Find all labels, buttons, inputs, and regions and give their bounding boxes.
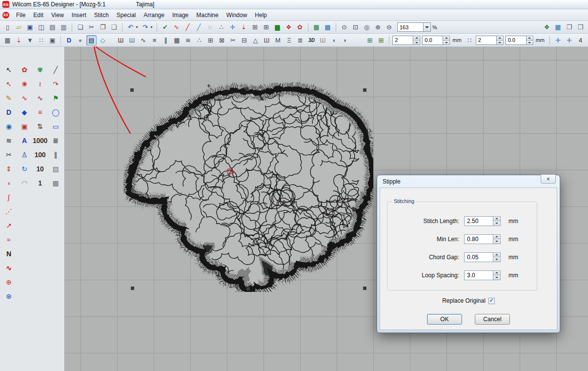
- menu-window[interactable]: Window: [223, 10, 251, 20]
- stitch-list-icon[interactable]: ⊞: [250, 22, 260, 32]
- travel-marks-icon[interactable]: ∷: [36, 35, 46, 45]
- new-design-icon[interactable]: ▯: [2, 22, 13, 32]
- undo-icon[interactable]: ↶: [125, 22, 136, 32]
- flag-tool-icon[interactable]: ⚑: [48, 91, 63, 105]
- flexi-split-icon[interactable]: ≣: [295, 35, 305, 45]
- density-chart-icon[interactable]: ▆: [272, 22, 283, 32]
- cut-icon[interactable]: ✂: [86, 22, 97, 32]
- fractal-fill-icon[interactable]: △: [250, 35, 261, 45]
- origin-marker-icon[interactable]: ⇣: [14, 35, 24, 45]
- menu-image[interactable]: Image: [168, 10, 192, 20]
- digitize-open-icon[interactable]: ✿: [17, 62, 32, 77]
- chord-gap-input[interactable]: [464, 252, 493, 262]
- save-design-icon[interactable]: ▣: [25, 22, 35, 32]
- digitize-closed-icon[interactable]: ❀: [17, 77, 32, 91]
- motif-fill-small-icon[interactable]: ∿: [32, 91, 48, 105]
- grid-offset-y-spinner[interactable]: [527, 36, 533, 45]
- paste-icon[interactable]: ❑: [109, 22, 119, 32]
- rotate-tool-icon[interactable]: ↻: [17, 162, 32, 176]
- hatch-fill-icon[interactable]: ╱: [48, 62, 63, 77]
- stitch-length-spinner[interactable]: [493, 216, 501, 226]
- grid-offset-x-input[interactable]: [422, 36, 443, 45]
- redo-dropdown-icon[interactable]: ▾: [149, 22, 154, 32]
- bucket-fill-icon[interactable]: ▣: [17, 119, 32, 133]
- selection-handle-bottom-center[interactable]: [246, 287, 250, 290]
- export-machine-file-icon[interactable]: ◫: [36, 22, 46, 32]
- selection-handle-top-center[interactable]: [245, 87, 249, 91]
- run-count-1000[interactable]: 1000: [32, 133, 48, 147]
- menu-machine[interactable]: Machine: [192, 10, 222, 20]
- machine-format-icon[interactable]: ▦: [2, 35, 13, 45]
- run-count-10[interactable]: 10: [32, 162, 48, 176]
- partial-icon[interactable]: 4: [575, 35, 586, 45]
- texture-fill-icon[interactable]: ▩: [48, 176, 63, 190]
- loop-spacing-spinner[interactable]: [493, 270, 501, 280]
- wheel-tool-icon[interactable]: ⊛: [1, 289, 17, 303]
- dotted-run-icon[interactable]: ⋰: [1, 204, 17, 218]
- run-stitch-dark-icon[interactable]: ≣: [48, 133, 63, 147]
- chord-gap-spinner[interactable]: [493, 252, 501, 262]
- grid-offset-x-spinner[interactable]: [443, 36, 450, 45]
- remove-overlap-icon[interactable]: ⊟: [239, 35, 249, 45]
- loop-spacing-input[interactable]: [464, 270, 493, 280]
- stitch-length-input[interactable]: [464, 216, 493, 226]
- motif-flower-icon[interactable]: ✿: [295, 22, 305, 32]
- motif-m-icon[interactable]: М: [273, 35, 283, 45]
- grid-offset-y-input[interactable]: [506, 36, 527, 45]
- design-check-icon[interactable]: ✔: [160, 22, 170, 32]
- team-names-icon[interactable]: ♙: [17, 147, 32, 162]
- fan-tool-icon[interactable]: ◖: [1, 176, 17, 190]
- disc-left-icon[interactable]: ◖: [329, 35, 339, 45]
- effect-3d-icon[interactable]: 3D: [306, 35, 317, 45]
- monogram-tool-icon[interactable]: D: [1, 105, 17, 119]
- triple-run-icon[interactable]: ≡: [149, 35, 160, 45]
- zoom-box-icon[interactable]: ⊡: [350, 22, 361, 32]
- insert-design-icon[interactable]: ❏: [75, 22, 85, 32]
- satin-stitch-icon[interactable]: Ш: [116, 35, 126, 45]
- motif-run-icon[interactable]: ≀: [32, 77, 48, 91]
- redo-icon[interactable]: ↷: [140, 22, 150, 32]
- snap-to-grid-icon[interactable]: ⊞: [376, 35, 386, 45]
- menu-help[interactable]: Help: [251, 10, 271, 20]
- zigzag-stitch-icon[interactable]: Ш: [127, 35, 137, 45]
- print-worksheet-icon[interactable]: ❒: [564, 22, 574, 32]
- cross-fill-icon[interactable]: ⊠: [217, 35, 227, 45]
- stitch-zigzag-icon[interactable]: ∿: [171, 22, 182, 32]
- grid-fill-icon[interactable]: ⊞: [205, 35, 216, 45]
- auto-start-end-icon[interactable]: ▼: [25, 35, 35, 45]
- title-bar[interactable]: ES Wilcom ES-65 Designer - [Mozg-5:1 Taj…: [0, 0, 588, 9]
- ellipse-select-icon[interactable]: ◌: [205, 22, 215, 32]
- program-split-icon[interactable]: ≡: [32, 105, 48, 119]
- grid-size-x-input[interactable]: [392, 36, 413, 45]
- motif-fill-icon[interactable]: ≋: [183, 35, 193, 45]
- zoom-1to1-icon[interactable]: ◎: [362, 22, 372, 32]
- menu-file[interactable]: File: [12, 10, 29, 20]
- run-count-100[interactable]: 100: [32, 147, 48, 162]
- stitch-player-icon[interactable]: ▣: [47, 35, 58, 45]
- zoom-out-icon[interactable]: ⊖: [384, 22, 394, 32]
- object-colors-icon[interactable]: ❖: [284, 22, 294, 32]
- design-letter-icon[interactable]: D: [64, 35, 74, 45]
- min-len-spinner[interactable]: [493, 234, 501, 244]
- replace-original-checkbox[interactable]: [488, 298, 495, 304]
- export-window-icon[interactable]: ❒: [575, 22, 586, 32]
- menu-edit[interactable]: Edit: [29, 10, 47, 20]
- zoom-dropdown-icon[interactable]: [424, 22, 431, 32]
- lettering-tool-icon[interactable]: A: [17, 133, 32, 147]
- target-point-icon[interactable]: ⊕: [1, 275, 17, 289]
- menu-view[interactable]: View: [47, 10, 68, 20]
- arc-tool-icon[interactable]: ↷: [48, 77, 63, 91]
- pointer-mode-icon[interactable]: ✛: [227, 22, 238, 32]
- stipple-icon[interactable]: ▤: [86, 35, 97, 45]
- pattern-fill-icon[interactable]: ▨: [48, 162, 63, 176]
- needle-point-icon[interactable]: ⇣: [239, 22, 249, 32]
- curve-run-tool-icon[interactable]: ∿: [1, 261, 17, 275]
- show-design-icon[interactable]: ❖: [542, 22, 552, 32]
- jump-stitch-icon[interactable]: ↗: [1, 218, 17, 232]
- reshape-tool-icon[interactable]: ↖: [1, 77, 17, 91]
- trim-icon[interactable]: ✂: [228, 35, 238, 45]
- color-film-icon[interactable]: ▩: [323, 22, 333, 32]
- open-design-icon[interactable]: ▱: [14, 22, 24, 32]
- menu-stitch[interactable]: Stitch: [90, 10, 113, 20]
- run-stitch-icon[interactable]: ∿: [138, 35, 148, 45]
